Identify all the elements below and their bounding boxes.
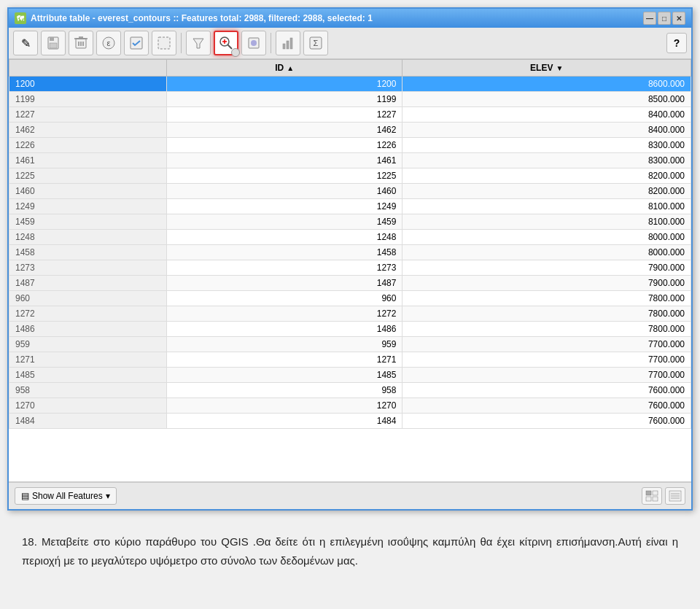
sort-arrow-elev: ▼ [556,64,563,72]
cell-rownum: 1459 [9,214,167,230]
table-row[interactable]: 146114618300.000 [9,153,691,168]
table-row[interactable]: 148514857700.000 [9,368,691,383]
toolbar-separator-2 [271,33,271,53]
table-row[interactable]: 120012008600.000 [9,77,691,92]
cell-elev: 8600.000 [402,77,691,92]
cell-elev: 8000.000 [402,230,691,245]
minimize-button[interactable]: — [643,12,656,25]
svg-rect-27 [646,497,651,501]
cell-id: 1249 [166,199,402,214]
cell-elev: 8500.000 [402,92,691,107]
statistics-button[interactable] [276,31,300,55]
table-row[interactable]: 9599597700.000 [9,337,691,352]
table-row[interactable]: 127312737900.000 [9,260,691,276]
table-row[interactable]: 148614867800.000 [9,322,691,337]
layout-form-button[interactable] [665,487,685,505]
table-row[interactable]: 122712278400.000 [9,107,691,123]
cell-rownum: 1272 [9,306,167,322]
cell-id: 960 [166,291,402,306]
cell-id: 1461 [166,153,402,168]
svg-rect-26 [653,491,658,495]
svg-rect-2 [50,43,57,48]
svg-rect-12 [158,37,170,49]
table-wrapper[interactable]: ID▲ ELEV▼ 120012008600.000119911998500.0… [9,59,691,481]
cell-id: 959 [166,337,402,352]
cell-elev: 7700.000 [402,352,691,368]
cell-id: 1271 [166,352,402,368]
close-button[interactable]: ✕ [672,12,685,25]
cell-elev: 7600.000 [402,383,691,398]
window-title: Attribute table - everest_contours :: Fe… [31,13,373,23]
cell-rownum: 1226 [9,138,167,153]
table-row[interactable]: 122612268300.000 [9,138,691,153]
show-features-label: Show All Features [32,491,103,501]
table-row[interactable]: 127112717700.000 [9,352,691,368]
table-row[interactable]: 124812488000.000 [9,230,691,245]
table-row[interactable]: 127212727800.000 [9,306,691,322]
cell-rownum: 960 [9,291,167,306]
col-header-id[interactable]: ID▲ [166,60,402,77]
table-row[interactable]: 122512258200.000 [9,168,691,184]
cell-id: 1486 [166,322,402,337]
show-features-icon: ▤ [21,491,29,501]
cell-id: 1459 [166,214,402,230]
cell-id: 1248 [166,230,402,245]
table-row[interactable]: 119911998500.000 [9,92,691,107]
cell-rownum: 958 [9,383,167,398]
instruction-number: 18. [22,535,37,548]
cell-id: 1272 [166,306,402,322]
cell-elev: 8100.000 [402,199,691,214]
cell-id: 1226 [166,138,402,153]
cell-id: 1487 [166,276,402,291]
title-controls[interactable]: — □ ✕ [643,12,685,25]
deselect-button[interactable] [152,31,176,55]
layout-list-button[interactable] [642,487,662,505]
table-row[interactable]: 148414847600.000 [9,414,691,429]
text-section: 18. Μεταβείτε στο κύριο παράθυρο του QGI… [0,518,700,584]
table-row[interactable]: 145814588000.000 [9,245,691,260]
title-bar-left: 🗺 Attribute table - everest_contours :: … [15,12,373,24]
table-row[interactable]: 148714877900.000 [9,276,691,291]
table-row[interactable]: 146014608200.000 [9,184,691,199]
col-header-elev[interactable]: ELEV▼ [402,60,691,77]
table-row[interactable]: 124912498100.000 [9,199,691,214]
cell-elev: 8200.000 [402,168,691,184]
cell-rownum: 1485 [9,368,167,383]
field-calculator-button[interactable]: Σ [303,31,328,55]
expression-button[interactable]: ε [96,31,121,55]
cell-rownum: 1487 [9,276,167,291]
table-row[interactable]: 145914598100.000 [9,214,691,230]
table-row[interactable]: 146214628400.000 [9,123,691,138]
cell-rownum: 1199 [9,92,167,107]
delete-selected-button[interactable] [69,31,93,55]
cell-rownum: 1200 [9,77,167,92]
table-row[interactable]: 127012707600.000 [9,398,691,414]
cell-elev: 8100.000 [402,214,691,230]
cell-rownum: 1273 [9,260,167,276]
bottom-bar: ▤ Show All Features ▾ [9,482,691,509]
svg-text:ε: ε [107,39,111,47]
zoom-to-selected-button[interactable] [214,31,238,55]
window-icon: 🗺 [15,12,26,24]
show-all-features-button[interactable]: ▤ Show All Features ▾ [15,487,117,505]
cell-elev: 7800.000 [402,291,691,306]
cell-elev: 8000.000 [402,245,691,260]
save-button[interactable] [41,31,66,55]
svg-marker-13 [193,39,203,48]
cell-id: 1200 [166,77,402,92]
cell-id: 1273 [166,260,402,276]
maximize-button[interactable]: □ [658,12,671,25]
cell-elev: 7600.000 [402,398,691,414]
pan-to-selected-button[interactable] [241,31,266,55]
edit-button[interactable]: ✎ [13,31,38,55]
cell-rownum: 1270 [9,398,167,414]
bottom-right-buttons [642,487,685,505]
filter-select-button[interactable] [186,31,211,55]
table-header-row: ID▲ ELEV▼ [9,60,691,77]
table-row[interactable]: 9609607800.000 [9,291,691,306]
cell-id: 958 [166,383,402,398]
svg-line-15 [228,45,233,50]
table-row[interactable]: 9589587600.000 [9,383,691,398]
select-all-button[interactable] [124,31,149,55]
help-button[interactable]: ? [666,33,687,53]
